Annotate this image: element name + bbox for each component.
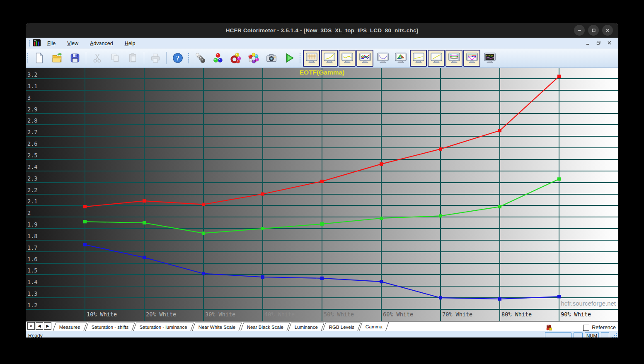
mdi-close-button[interactable]: [607, 41, 612, 45]
maximize-button[interactable]: [588, 25, 599, 36]
tab-saturation-luminance[interactable]: Saturation - luminance: [133, 323, 194, 331]
grayscale-measure-button[interactable]: [191, 50, 208, 67]
copy-icon: [109, 52, 121, 64]
saturation-luminance-view-button[interactable]: [428, 50, 445, 67]
tabbar-scroll-left-button[interactable]: ◀: [36, 322, 43, 330]
color-temperature-view-icon: [448, 52, 460, 64]
toolbar-drag-handle[interactable]: [27, 53, 29, 63]
svg-text:2: 2: [27, 210, 31, 216]
svg-text:40% White: 40% White: [264, 311, 295, 318]
menubar-drag-handle[interactable]: [29, 39, 30, 47]
measures-summary-view-button[interactable]: [463, 50, 480, 67]
svg-text:1.7: 1.7: [27, 244, 37, 251]
help-button[interactable]: ?: [169, 50, 186, 67]
tabbar-close-button[interactable]: ×: [27, 322, 35, 330]
status-panel: [545, 332, 571, 337]
svg-text:2.2: 2.2: [27, 187, 37, 193]
y-axis-labels: 3.23.132.92.82.72.62.52.42.32.22.121.91.…: [27, 71, 37, 309]
free-measures-view-button[interactable]: [481, 50, 498, 67]
tab-luminance[interactable]: Luminance: [288, 323, 324, 331]
gamma-curve-view-button[interactable]: [321, 50, 338, 67]
close-button[interactable]: [602, 25, 613, 36]
new-file-button[interactable]: [31, 50, 48, 67]
svg-text:1.4: 1.4: [27, 279, 37, 285]
toolbar-drag-handle[interactable]: [188, 53, 189, 63]
rgb-levels-view-icon: [359, 52, 371, 64]
window-title: HCFR Colorimeter - 3.5.1.4 - [New_3DS_XL…: [226, 27, 419, 34]
tabbar-scroll-right-button[interactable]: ▶: [44, 322, 51, 330]
svg-text:80% White: 80% White: [501, 311, 532, 318]
menu-view[interactable]: View: [63, 40, 82, 47]
window-controls: [574, 25, 613, 36]
menu-file[interactable]: File: [43, 40, 60, 47]
svg-text:1.3: 1.3: [27, 290, 37, 297]
cie-diagram-view-button[interactable]: [392, 50, 409, 67]
luminance-curve-view-icon: [377, 52, 389, 64]
mdi-restore-button[interactable]: [596, 41, 601, 45]
snapshot-camera-icon: [266, 52, 277, 64]
gamma-chart: 3.23.132.92.82.72.62.52.42.32.22.121.91.…: [26, 68, 618, 321]
print-icon: [150, 52, 161, 64]
open-file-button[interactable]: [48, 50, 65, 67]
mdi-minimize-button[interactable]: [586, 41, 590, 45]
free-measures-view-icon: [484, 52, 496, 64]
status-panel: [574, 332, 583, 337]
color-temperature-view-button[interactable]: [445, 50, 462, 67]
toolbar-drag-handle[interactable]: [299, 53, 301, 63]
tab-gamma[interactable]: Gamma: [359, 322, 389, 331]
tab-label: Saturation - shifts: [91, 325, 128, 330]
toolbar-group-measures: [186, 48, 298, 67]
reference-checkbox[interactable]: [583, 325, 589, 331]
snapshot-camera-button[interactable]: [263, 50, 280, 67]
rgb-levels-view-button[interactable]: [356, 50, 373, 67]
tab-near-black-scale[interactable]: Near Black Scale: [240, 323, 290, 331]
reference-label: Reference: [592, 325, 616, 330]
menu-items: FileViewAdvancedHelp: [43, 39, 143, 47]
svg-text:?: ?: [176, 55, 179, 62]
toolbar-group-views: [298, 48, 499, 67]
near-black-curve-view-button[interactable]: [339, 50, 356, 67]
measures-table-view-button[interactable]: [303, 50, 320, 67]
svg-text:1.2: 1.2: [27, 302, 37, 309]
near-black-curve-view-icon: [341, 52, 353, 64]
primaries-measure-button[interactable]: [209, 50, 226, 67]
svg-text:3.1: 3.1: [27, 83, 37, 89]
full-colors-measure-button[interactable]: [245, 50, 262, 67]
svg-text:1.5: 1.5: [27, 267, 37, 274]
svg-text:1.9: 1.9: [27, 221, 37, 228]
run-measures-button[interactable]: [281, 50, 298, 67]
minimize-button[interactable]: [574, 25, 585, 36]
run-measures-icon: [283, 52, 295, 64]
tab-near-white-scale[interactable]: Near White Scale: [192, 323, 242, 331]
mdi-window-controls: [586, 41, 617, 45]
measures-summary-view-icon: [466, 52, 478, 64]
svg-text:2.8: 2.8: [27, 117, 37, 124]
tab-rgb-levels[interactable]: RGB Levels: [323, 323, 361, 331]
new-file-icon: [34, 52, 45, 64]
secondaries-measure-button[interactable]: [227, 50, 244, 67]
cie-diagram-view-icon: [395, 52, 407, 64]
luminance-curve-view-button[interactable]: [374, 50, 391, 67]
cut-icon: [92, 52, 103, 64]
title-bar[interactable]: HCFR Colorimeter - 3.5.1.4 - [New_3DS_XL…: [26, 23, 618, 38]
svg-text:1.8: 1.8: [27, 233, 37, 239]
toolbar-separator: [166, 52, 167, 64]
reference-toggle[interactable]: Reference: [583, 325, 616, 331]
svg-text:20% White: 20% White: [146, 311, 176, 318]
tab-label: Near Black Scale: [247, 325, 283, 330]
save-file-button[interactable]: [66, 50, 83, 67]
hcfr-mascot-icon: [545, 324, 552, 331]
saturation-shift-view-button[interactable]: [410, 50, 427, 67]
grayscale-measure-icon: [194, 52, 206, 64]
tab-measures[interactable]: Measures: [53, 323, 87, 331]
toolbar-group-file: ?: [26, 48, 186, 67]
view-tab-bar: × ◀ ▶ MeasuresSaturation - shiftsSaturat…: [26, 321, 618, 331]
svg-text:2.9: 2.9: [27, 106, 37, 113]
resize-grip[interactable]: [611, 333, 618, 338]
tab-saturation-shifts[interactable]: Saturation - shifts: [85, 323, 135, 331]
gamma-curve-view-icon: [324, 52, 335, 64]
desktop: { "window": { "title": "HCFR Colorimeter…: [0, 0, 644, 364]
menu-help[interactable]: Help: [121, 40, 140, 47]
svg-text:3.2: 3.2: [27, 71, 37, 78]
menu-advanced[interactable]: Advanced: [86, 40, 117, 47]
